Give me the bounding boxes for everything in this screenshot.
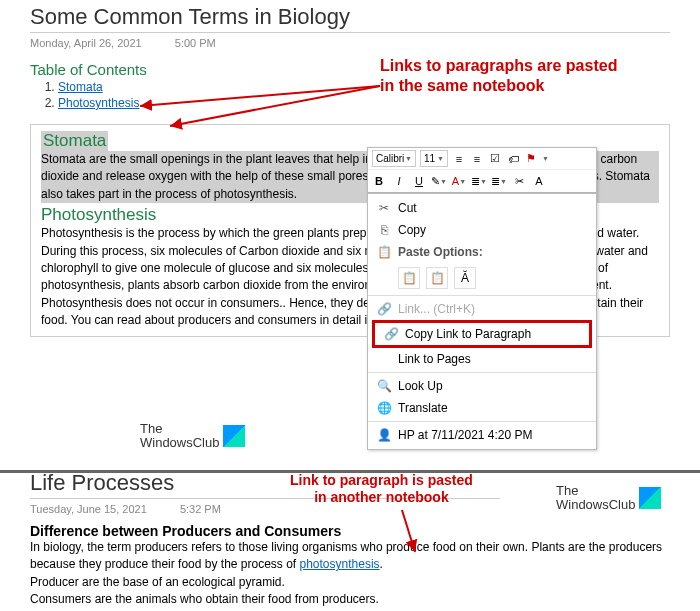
menu-paste-options: 📋Paste Options: — [368, 241, 596, 263]
svg-line-2 — [402, 510, 415, 552]
highlight-icon[interactable]: ✎▼ — [432, 174, 446, 188]
arrow-annotation-1 — [135, 84, 385, 144]
font-color-icon[interactable]: A▼ — [452, 174, 466, 188]
bold-icon[interactable]: B — [372, 174, 386, 188]
date: Monday, April 26, 2021 — [30, 37, 142, 49]
underline-icon[interactable]: U — [412, 174, 426, 188]
windowsclub-logo: TheWindowsClub — [140, 422, 245, 449]
arrow-annotation-2 — [397, 508, 457, 558]
copy-icon: ⎘ — [374, 223, 394, 237]
bullet-list-icon[interactable]: ≣▼ — [472, 174, 486, 188]
time: 5:00 PM — [175, 37, 216, 49]
paste-text-only[interactable]: Ă — [454, 267, 476, 289]
tag-icon[interactable]: 🏷 — [506, 152, 520, 166]
todo-icon[interactable]: ☑ — [488, 152, 502, 166]
font-select[interactable]: Calibri▼ — [372, 150, 416, 167]
paragraph-p2-3: Consumers are the animals who obtain the… — [30, 591, 700, 608]
menu-link: 🔗Link... (Ctrl+K) — [368, 298, 596, 320]
svg-line-0 — [140, 86, 380, 106]
menu-author-stamp[interactable]: 👤HP at 7/11/2021 4:20 PM — [368, 424, 596, 446]
logo-icon — [639, 487, 661, 509]
toc-link-photosynthesis[interactable]: Photosynthesis — [58, 96, 139, 110]
link-icon: 🔗 — [374, 302, 394, 316]
logo-icon — [223, 425, 245, 447]
annotation-1: Links to paragraphs are pasted in the sa… — [380, 56, 617, 96]
flag-icon[interactable]: ⚑ — [524, 152, 538, 166]
lookup-icon: 🔍 — [374, 379, 394, 393]
font-size-select[interactable]: 11▼ — [420, 150, 448, 167]
indent-icon[interactable]: ≡ — [470, 152, 484, 166]
copy-link-icon: 🔗 — [381, 327, 401, 341]
translate-icon: 🌐 — [374, 401, 394, 415]
svg-line-1 — [170, 86, 380, 126]
styles-icon[interactable]: A — [532, 174, 546, 188]
paste-icon: 📋 — [374, 245, 394, 259]
person-icon: 👤 — [374, 428, 394, 442]
toc-link-stomata[interactable]: Stomata — [58, 80, 103, 94]
mini-toolbar: Calibri▼ 11▼ ≡ ≡ ☑ 🏷 ⚑ ▼ B I U ✎▼ A▼ ≣▼ … — [367, 147, 597, 193]
cut-icon: ✂ — [374, 201, 394, 215]
windowsclub-logo-2: TheWindowsClub — [556, 484, 661, 511]
paragraph-p2-2: Producer are the base of an ecological p… — [30, 574, 700, 591]
menu-lookup[interactable]: 🔍Look Up — [368, 375, 596, 397]
annotation-2: Link to paragraph is pasted in another n… — [290, 472, 473, 506]
paragraph-p2-1: In biology, the term producers refers to… — [30, 539, 700, 574]
menu-copy-link-paragraph[interactable]: 🔗Copy Link to Paragraph — [375, 323, 589, 345]
paste-options-row: 📋 📋 Ă — [368, 263, 596, 293]
menu-copy[interactable]: ⎘Copy — [368, 219, 596, 241]
heading-stomata: Stomata — [41, 131, 108, 151]
format-painter-icon[interactable]: ✂ — [512, 174, 526, 188]
menu-cut[interactable]: ✂Cut — [368, 197, 596, 219]
page2-date: Tuesday, June 15, 2021 — [30, 503, 147, 515]
heading-diff-producers-consumers: Difference between Producers and Consume… — [30, 523, 700, 539]
page2-time: 5:32 PM — [180, 503, 221, 515]
menu-translate[interactable]: 🌐Translate — [368, 397, 596, 419]
outdent-icon[interactable]: ≡ — [452, 152, 466, 166]
paste-keep-formatting[interactable]: 📋 — [398, 267, 420, 289]
italic-icon[interactable]: I — [392, 174, 406, 188]
page-title: Some Common Terms in Biology — [30, 4, 670, 33]
menu-link-pages[interactable]: Link to Pages — [368, 348, 596, 370]
chevron-down-icon[interactable]: ▼ — [542, 155, 549, 162]
paste-merge-formatting[interactable]: 📋 — [426, 267, 448, 289]
number-list-icon[interactable]: ≣▼ — [492, 174, 506, 188]
date-line: Monday, April 26, 2021 5:00 PM — [30, 37, 700, 49]
link-photosynthesis[interactable]: photosynthesis — [300, 557, 380, 571]
context-menu: ✂Cut ⎘Copy 📋Paste Options: 📋 📋 Ă 🔗Link..… — [367, 193, 597, 450]
